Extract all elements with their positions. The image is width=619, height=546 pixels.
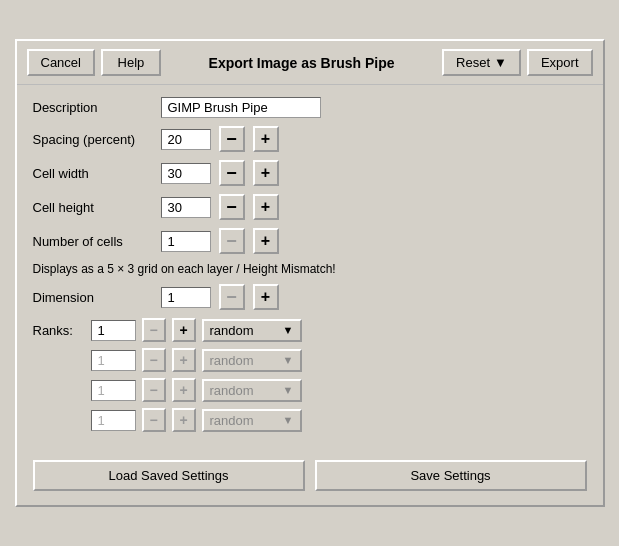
dimension-decrease-button[interactable]: − (219, 284, 245, 310)
rank-increase-button-2[interactable]: + (172, 378, 196, 402)
info-text: Displays as a 5 × 3 grid on each layer /… (33, 262, 587, 276)
plus-icon: + (261, 165, 270, 181)
minus-icon: − (226, 288, 237, 306)
rank-row-2: − + random ▼ (91, 378, 587, 402)
plus-icon: + (179, 412, 187, 428)
plus-icon: + (261, 233, 270, 249)
bottom-bar: Load Saved Settings Save Settings (17, 450, 603, 505)
rank-decrease-button-1[interactable]: − (142, 348, 166, 372)
plus-icon: + (179, 382, 187, 398)
rank-increase-button-3[interactable]: + (172, 408, 196, 432)
load-settings-button[interactable]: Load Saved Settings (33, 460, 305, 491)
num-cells-decrease-button[interactable]: − (219, 228, 245, 254)
rank-dropdown-2[interactable]: random ▼ (202, 379, 302, 402)
cell-height-row: Cell height − + (33, 194, 587, 220)
rank-increase-button-0[interactable]: + (172, 318, 196, 342)
spacing-row: Spacing (percent) − + (33, 126, 587, 152)
form-content: Description Spacing (percent) − + Cell w… (17, 85, 603, 450)
export-brush-pipe-dialog: Cancel Help Export Image as Brush Pipe R… (15, 39, 605, 507)
rank-increase-button-1[interactable]: + (172, 348, 196, 372)
minus-icon: − (226, 164, 237, 182)
rank-dropdown-0[interactable]: random ▼ (202, 319, 302, 342)
rank-row-1: − + random ▼ (91, 348, 587, 372)
cell-width-row: Cell width − + (33, 160, 587, 186)
spacing-label: Spacing (percent) (33, 132, 153, 147)
spacing-increase-button[interactable]: + (253, 126, 279, 152)
cell-height-input[interactable] (161, 197, 211, 218)
plus-icon: + (261, 289, 270, 305)
reset-button[interactable]: Reset ▼ (442, 49, 521, 76)
help-button[interactable]: Help (101, 49, 161, 76)
minus-icon: − (226, 198, 237, 216)
rank-decrease-button-0[interactable]: − (142, 318, 166, 342)
dimension-increase-button[interactable]: + (253, 284, 279, 310)
cell-width-increase-button[interactable]: + (253, 160, 279, 186)
num-cells-increase-button[interactable]: + (253, 228, 279, 254)
plus-icon: + (261, 131, 270, 147)
cell-height-increase-button[interactable]: + (253, 194, 279, 220)
ranks-section: Ranks: − + random ▼ − (33, 318, 587, 432)
plus-icon: + (261, 199, 270, 215)
cell-width-decrease-button[interactable]: − (219, 160, 245, 186)
chevron-down-icon: ▼ (283, 414, 294, 426)
chevron-down-icon: ▼ (283, 384, 294, 396)
rank-dropdown-1[interactable]: random ▼ (202, 349, 302, 372)
cancel-button[interactable]: Cancel (27, 49, 95, 76)
cell-width-input[interactable] (161, 163, 211, 184)
rank-decrease-button-2[interactable]: − (142, 378, 166, 402)
rank-input-0[interactable] (91, 320, 136, 341)
rank-row-0: Ranks: − + random ▼ (33, 318, 587, 342)
dimension-label: Dimension (33, 290, 153, 305)
minus-icon: − (226, 130, 237, 148)
num-cells-input[interactable] (161, 231, 211, 252)
dimension-input[interactable] (161, 287, 211, 308)
minus-icon: − (149, 412, 157, 428)
description-label: Description (33, 100, 153, 115)
cell-width-label: Cell width (33, 166, 153, 181)
rank-input-3[interactable] (91, 410, 136, 431)
spacing-decrease-button[interactable]: − (219, 126, 245, 152)
rank-decrease-button-3[interactable]: − (142, 408, 166, 432)
toolbar: Cancel Help Export Image as Brush Pipe R… (17, 41, 603, 85)
rank-dropdown-3[interactable]: random ▼ (202, 409, 302, 432)
rank-input-1[interactable] (91, 350, 136, 371)
chevron-down-icon: ▼ (283, 324, 294, 336)
export-button[interactable]: Export (527, 49, 593, 76)
cell-height-decrease-button[interactable]: − (219, 194, 245, 220)
minus-icon: − (149, 382, 157, 398)
save-settings-button[interactable]: Save Settings (315, 460, 587, 491)
chevron-down-icon: ▼ (494, 55, 507, 70)
plus-icon: + (179, 322, 187, 338)
minus-icon: − (149, 322, 157, 338)
cell-height-label: Cell height (33, 200, 153, 215)
rank-input-2[interactable] (91, 380, 136, 401)
spacing-input[interactable] (161, 129, 211, 150)
minus-icon: − (226, 232, 237, 250)
plus-icon: + (179, 352, 187, 368)
rank-row-3: − + random ▼ (91, 408, 587, 432)
description-row: Description (33, 97, 587, 118)
ranks-label: Ranks: (33, 323, 85, 338)
dimension-row: Dimension − + (33, 284, 587, 310)
num-cells-row: Number of cells − + (33, 228, 587, 254)
num-cells-label: Number of cells (33, 234, 153, 249)
minus-icon: − (149, 352, 157, 368)
dialog-title: Export Image as Brush Pipe (167, 55, 436, 71)
chevron-down-icon: ▼ (283, 354, 294, 366)
description-input[interactable] (161, 97, 321, 118)
